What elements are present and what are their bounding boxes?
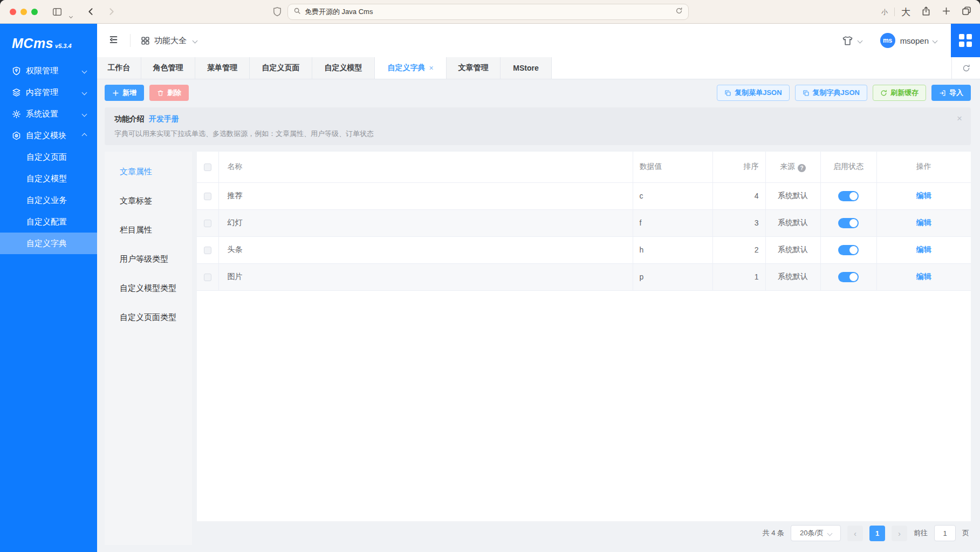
collapse-sidebar-icon[interactable] <box>97 35 130 47</box>
edit-link[interactable]: 编辑 <box>916 191 931 200</box>
next-page-button[interactable]: › <box>892 526 907 541</box>
app-menu-label: 功能大全 <box>154 36 187 46</box>
close-banner-icon[interactable]: × <box>957 114 962 123</box>
sidebar-subitem-custom-config[interactable]: 自定义配置 <box>0 211 97 233</box>
prev-page-button[interactable]: ‹ <box>847 526 863 541</box>
user-menu[interactable]: ms msopen <box>862 33 937 48</box>
chevron-down-icon <box>82 90 87 95</box>
layers-icon <box>12 88 21 97</box>
zoom-window-button[interactable] <box>31 9 38 15</box>
goto-page-input[interactable] <box>934 525 956 541</box>
tab-role-management[interactable]: 角色管理 <box>141 57 195 79</box>
copy-dict-json-button[interactable]: 复制字典JSON <box>795 85 867 101</box>
dict-type-custom-model[interactable]: 自定义模型类型 <box>105 274 192 303</box>
enable-toggle[interactable] <box>838 245 859 255</box>
app-menu-dropdown[interactable]: 功能大全 <box>141 36 197 46</box>
sidebar-menu: 权限管理 内容管理 系统设置 自定义模块 自 <box>0 60 97 254</box>
sidebar-subitem-custom-dict[interactable]: 自定义字典 <box>0 233 97 254</box>
app-header: 功能大全 ms msopen <box>97 24 980 57</box>
page-unit-label: 页 <box>962 528 969 538</box>
row-checkbox[interactable] <box>204 193 211 200</box>
table-row: 图片 p 1 系统默认 编辑 <box>197 263 971 290</box>
tab-custom-page[interactable]: 自定义页面 <box>250 57 312 79</box>
enable-toggle[interactable] <box>838 272 859 282</box>
forward-icon[interactable] <box>107 7 116 16</box>
sidebar-item-permission[interactable]: 权限管理 <box>0 60 97 81</box>
import-button[interactable]: 导入 <box>931 85 971 101</box>
dict-type-custom-page[interactable]: 自定义页面类型 <box>105 303 192 332</box>
back-icon[interactable] <box>86 7 95 16</box>
table-row: 推荐 c 4 系统默认 编辑 <box>197 182 971 209</box>
address-bar[interactable]: 免费开源的 Java Cms <box>287 4 689 20</box>
sidebar-item-custom-module[interactable]: 自定义模块 <box>0 125 97 146</box>
tab-mstore[interactable]: MStore <box>501 57 552 79</box>
brand-version: v5.3.4 <box>55 43 72 49</box>
edit-link[interactable]: 编辑 <box>916 245 931 254</box>
table-row: 头条 h 2 系统默认 编辑 <box>197 236 971 263</box>
banner-description: 字典可以用来实现下拉或单选、多选数据源，例如：文章属性、用户等级、订单状态 <box>114 129 961 139</box>
sidebar-item-system[interactable]: 系统设置 <box>0 103 97 125</box>
chevron-up-icon <box>82 133 87 138</box>
dict-type-column-attribute[interactable]: 栏目属性 <box>105 215 192 244</box>
dev-manual-link[interactable]: 开发手册 <box>149 114 179 123</box>
new-tab-icon[interactable] <box>942 6 951 18</box>
close-tab-icon[interactable]: × <box>429 64 433 72</box>
column-header-status: 启用状态 <box>820 152 876 182</box>
sidebar-toggle-icon[interactable] <box>52 7 62 17</box>
enable-toggle[interactable] <box>838 218 859 228</box>
decrease-text-size-button[interactable]: 小 <box>881 8 888 17</box>
refresh-cache-button[interactable]: 刷新缓存 <box>873 85 926 101</box>
dict-type-article-attribute[interactable]: 文章属性 <box>105 157 192 186</box>
sidebar-subitem-custom-model[interactable]: 自定义模型 <box>0 168 97 189</box>
row-checkbox[interactable] <box>204 274 211 281</box>
theme-dropdown[interactable] <box>842 35 862 46</box>
minimize-window-button[interactable] <box>20 9 27 15</box>
action-toolbar: 新增 删除 复制菜单JSON 复制字典JSON <box>97 79 980 107</box>
edit-link[interactable]: 编辑 <box>916 272 931 281</box>
plus-icon <box>112 90 119 97</box>
copy-menu-json-button[interactable]: 复制菜单JSON <box>717 85 789 101</box>
delete-button[interactable]: 删除 <box>149 85 189 101</box>
edit-link[interactable]: 编辑 <box>916 218 931 227</box>
browser-toolbar: 免费开源的 Java Cms 小 大 <box>0 0 980 24</box>
enable-toggle[interactable] <box>838 191 859 201</box>
tab-workbench[interactable]: 工作台 <box>97 57 141 79</box>
tab-overview-icon[interactable] <box>962 6 971 18</box>
page-tabbar: 工作台 角色管理 菜单管理 自定义页面 自定义模型 自定义字典 × 文章管理 M… <box>97 57 980 79</box>
page-content: 新增 删除 复制菜单JSON 复制字典JSON <box>97 79 980 552</box>
sidebar-item-content[interactable]: 内容管理 <box>0 81 97 103</box>
column-header-sort: 排序 <box>712 152 765 182</box>
dict-type-article-tag[interactable]: 文章标签 <box>105 186 192 215</box>
current-page-button[interactable]: 1 <box>869 526 885 541</box>
reload-icon[interactable] <box>675 7 683 17</box>
refresh-icon <box>880 90 887 97</box>
row-checkbox[interactable] <box>204 220 211 227</box>
divider <box>130 34 131 47</box>
help-icon[interactable]: ? <box>798 164 806 172</box>
browser-actions: 小 大 <box>881 0 971 24</box>
share-icon[interactable] <box>921 6 931 18</box>
select-all-checkbox[interactable] <box>204 163 211 171</box>
sidebar-subitem-custom-page[interactable]: 自定义页面 <box>0 146 97 168</box>
module-icon <box>12 131 21 140</box>
feature-intro-banner: 功能介绍开发手册 字典可以用来实现下拉或单选、多选数据源，例如：文章属性、用户等… <box>105 107 971 145</box>
increase-text-size-button[interactable]: 大 <box>901 6 910 18</box>
refresh-page-button[interactable] <box>951 57 980 79</box>
add-button[interactable]: 新增 <box>105 85 144 101</box>
close-window-button[interactable] <box>10 9 16 15</box>
row-checkbox[interactable] <box>204 247 211 254</box>
grid-icon <box>141 36 150 45</box>
trash-icon <box>157 90 164 97</box>
sidebar-menu-chevron-icon[interactable] <box>70 10 72 20</box>
apps-launcher-button[interactable] <box>951 24 980 57</box>
column-header-name: 名称 <box>218 152 633 182</box>
tab-custom-dict[interactable]: 自定义字典 × <box>375 57 447 79</box>
privacy-shield-icon[interactable] <box>272 6 282 17</box>
sidebar-subitem-custom-business[interactable]: 自定义业务 <box>0 189 97 211</box>
page-size-select[interactable]: 20条/页 <box>791 525 841 541</box>
tab-menu-management[interactable]: 菜单管理 <box>195 57 250 79</box>
dict-type-user-level[interactable]: 用户等级类型 <box>105 244 192 274</box>
tab-article-management[interactable]: 文章管理 <box>447 57 501 79</box>
tab-custom-model[interactable]: 自定义模型 <box>312 57 375 79</box>
chevron-down-icon <box>82 68 87 73</box>
